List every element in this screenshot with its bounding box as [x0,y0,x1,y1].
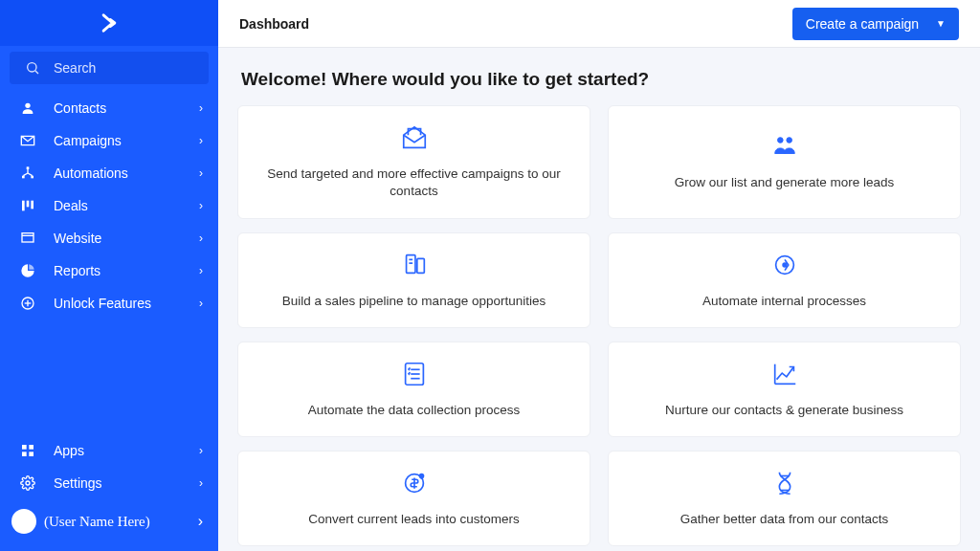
dollar-circle-icon: + [400,469,429,501]
svg-point-2 [25,103,30,108]
welcome-heading: Welcome! Where would you like to get sta… [237,69,961,90]
card-text: Automate the data collection process [308,402,520,419]
pie-chart-icon [19,263,36,278]
svg-rect-15 [29,445,33,450]
sidebar-item-automations[interactable]: Automations › [0,157,218,189]
svg-rect-5 [31,176,33,179]
content: Welcome! Where would you like to get sta… [218,48,980,551]
svg-point-19 [777,138,783,143]
card-grow-list[interactable]: Grow our list and generate more leads [608,105,961,218]
plus-circle-icon [19,296,36,311]
nav-label: Reports [54,263,199,278]
growth-chart-icon [770,360,799,392]
svg-rect-6 [22,201,25,211]
chevron-right-icon: › [199,444,203,457]
chevron-right-icon: › [199,101,203,115]
card-text: Send targeted and more effective campaig… [267,165,561,200]
card-text: Build a sales pipeline to manage opportu… [282,293,546,310]
sidebar-bottom: Apps › Settings › (User Name Here) › [0,430,218,551]
sidebar-item-apps[interactable]: Apps › [0,434,218,467]
card-text: Automate internal processes [702,293,866,310]
chevron-right-icon: › [199,166,203,180]
gear-icon [19,475,36,491]
page-title: Dashboard [239,16,309,32]
card-text: Convert current leads into customers [308,511,520,528]
brand-logo[interactable] [0,0,218,46]
nav-label: Automations [54,165,199,181]
cta-label: Create a campaign [806,16,919,32]
svg-rect-8 [31,201,33,209]
svg-rect-7 [27,201,30,208]
card-gather-data[interactable]: Gather better data from our contacts [608,451,961,546]
sidebar-item-reports[interactable]: Reports › [0,254,218,287]
svg-point-18 [26,481,30,485]
cycle-icon [770,251,799,283]
svg-rect-16 [22,452,27,456]
sidebar-item-deals[interactable]: Deals › [0,189,218,222]
card-convert-leads[interactable]: + Convert current leads into customers [237,451,590,546]
card-sales-pipeline[interactable]: Build a sales pipeline to manage opportu… [237,232,590,328]
svg-point-0 [28,63,36,72]
person-icon [19,100,36,116]
nav-label: Unlock Features [54,296,199,311]
cards-grid: Send targeted and more effective campaig… [237,105,961,546]
user-name: (User Name Here) [44,514,190,530]
sidebar-item-website[interactable]: Website › [0,222,218,254]
user-menu[interactable]: (User Name Here) › [0,503,218,545]
svg-point-20 [786,138,791,143]
svg-rect-22 [416,258,424,273]
card-data-collection[interactable]: Automate the data collection process [237,342,590,437]
card-text: Nurture our contacts & generate business [665,402,903,419]
svg-rect-4 [22,176,25,179]
nav-label: Contacts [54,100,199,116]
svg-rect-14 [22,445,27,450]
chevron-right-icon: › [199,297,203,310]
search-icon [25,60,40,76]
envelope-open-icon [400,123,429,156]
kanban-icon [19,198,36,213]
create-campaign-button[interactable]: Create a campaign ▼ [792,8,959,40]
browser-icon [19,231,36,246]
envelope-icon [19,133,36,148]
devices-icon [400,251,429,283]
search-input[interactable]: Search [10,52,209,84]
card-automate-processes[interactable]: Automate internal processes [608,232,961,328]
sidebar-item-contacts[interactable]: Contacts › [0,92,218,124]
sidebar-item-settings[interactable]: Settings › [0,467,218,499]
caret-down-icon: ▼ [936,18,946,29]
card-text: Grow our list and generate more leads [675,174,895,191]
chevron-right-icon: › [199,134,203,147]
sidebar: Search Contacts › Campaigns › [0,0,218,551]
search-label: Search [54,60,96,76]
svg-text:+: + [420,474,423,479]
chevron-right-icon: › [198,513,203,530]
people-icon [770,132,799,165]
sidebar-item-unlock-features[interactable]: Unlock Features › [0,287,218,320]
nav-label: Campaigns [54,133,199,148]
chevron-right-icon: › [199,264,203,277]
main: Dashboard Create a campaign ▼ Welcome! W… [218,0,980,551]
nav-label: Apps [54,443,199,458]
sidebar-item-campaigns[interactable]: Campaigns › [0,124,218,157]
svg-rect-17 [29,452,33,456]
svg-rect-21 [406,254,414,273]
dna-icon [770,469,799,501]
card-text: Gather better data from our contacts [680,511,889,528]
nav-label: Website [54,231,199,246]
svg-line-1 [35,71,38,74]
nav-label: Deals [54,198,199,213]
chevron-right-icon: › [199,476,203,490]
checklist-icon [400,360,429,392]
topbar: Dashboard Create a campaign ▼ [218,0,980,48]
svg-point-26 [783,263,787,267]
nav-list: Contacts › Campaigns › Automations › [0,88,218,323]
card-send-campaigns[interactable]: Send targeted and more effective campaig… [237,105,590,218]
automation-icon [19,165,36,181]
chevron-right-icon: › [199,199,203,212]
avatar [11,509,36,534]
svg-rect-9 [22,233,33,242]
apps-icon [19,443,36,458]
nav-label: Settings [54,475,199,491]
chevron-right-icon: › [199,231,203,245]
card-nurture-contacts[interactable]: Nurture our contacts & generate business [608,342,961,437]
